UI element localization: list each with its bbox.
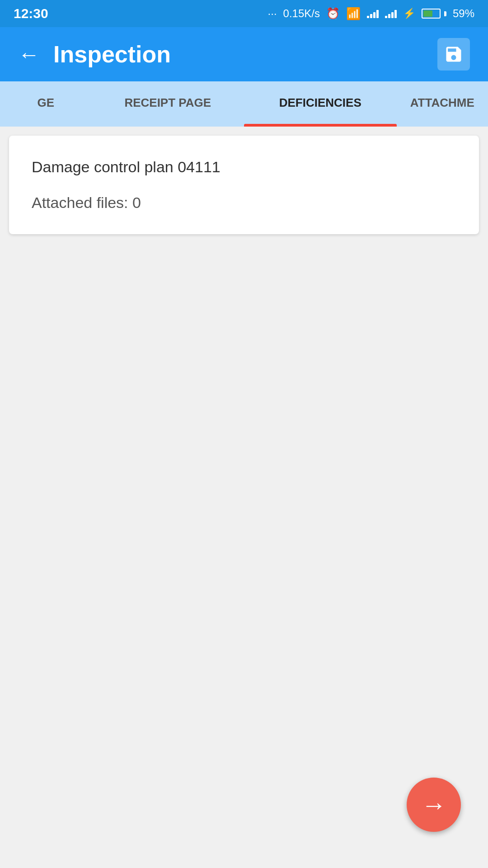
- fab-arrow-icon: →: [421, 790, 446, 820]
- signal-dots: ···: [268, 7, 277, 20]
- battery-indicator: [422, 9, 446, 19]
- battery-percent: 59%: [453, 7, 474, 20]
- app-bar-left: ← Inspection: [18, 41, 171, 68]
- status-time: 12:30: [14, 6, 48, 21]
- charging-icon: ⚡: [403, 8, 415, 19]
- tab-bar: GE RECEIPT PAGE DEFICIENCIES ATTACHME: [0, 81, 488, 127]
- tab-deficiencies-label: DEFICIENCIES: [279, 96, 361, 110]
- app-bar: ← Inspection: [0, 27, 488, 81]
- tab-deficiencies[interactable]: DEFICIENCIES: [244, 81, 397, 127]
- back-button[interactable]: ←: [18, 42, 40, 67]
- tab-page-label: GE: [37, 96, 54, 110]
- save-icon: [444, 44, 464, 64]
- content-area: Damage control plan 04111 Attached files…: [0, 127, 488, 868]
- wifi-icon: 📶: [346, 7, 361, 21]
- tab-receipt-label: RECEIPT PAGE: [124, 96, 211, 110]
- tab-attachments[interactable]: ATTACHME: [397, 81, 488, 127]
- tab-page[interactable]: GE: [0, 81, 92, 127]
- tab-attachments-label: ATTACHME: [410, 96, 474, 110]
- status-bar: 12:30 ··· 0.15K/s ⏰ 📶 ⚡ 59%: [0, 0, 488, 27]
- tab-receipt[interactable]: RECEIPT PAGE: [92, 81, 244, 127]
- status-icons: ··· 0.15K/s ⏰ 📶 ⚡ 59%: [268, 7, 474, 21]
- fab-next-button[interactable]: →: [407, 778, 461, 832]
- page-title: Inspection: [53, 41, 171, 68]
- signal-bars-1: [367, 9, 379, 18]
- save-button[interactable]: [437, 38, 470, 71]
- network-speed: 0.15K/s: [283, 7, 320, 20]
- card-subtitle: Attached files: 0: [32, 194, 456, 212]
- card-title: Damage control plan 04111: [32, 158, 456, 176]
- deficiency-card: Damage control plan 04111 Attached files…: [9, 136, 479, 234]
- signal-bars-2: [385, 9, 397, 18]
- alarm-icon: ⏰: [326, 7, 340, 20]
